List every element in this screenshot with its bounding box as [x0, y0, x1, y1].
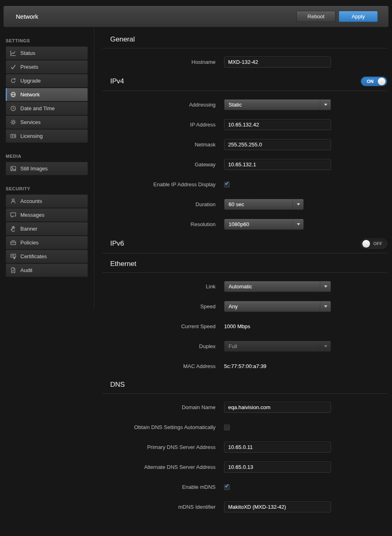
netmask-row: Netmask	[102, 139, 387, 150]
ip-display-checkbox[interactable]: ✔	[224, 182, 230, 187]
page-title: Network	[16, 13, 38, 20]
toggle-knob	[362, 240, 370, 248]
obtain-dns-checkbox[interactable]: ✔	[224, 425, 230, 430]
sidebar-item-label: Date and Time	[20, 105, 55, 111]
chevron-down-icon	[320, 341, 331, 351]
netmask-label: Netmask	[102, 142, 216, 148]
sidebar-section-media: MEDIA	[6, 154, 88, 159]
resolution-label: Resolution	[102, 221, 216, 227]
toggle-off-label: OFF	[373, 241, 382, 246]
sidebar-item-services[interactable]: Services	[6, 115, 88, 129]
dropdown-value: Full	[229, 343, 237, 349]
gateway-row: Gateway	[102, 159, 387, 170]
speed-row: Speed Any	[102, 301, 387, 312]
link-dropdown[interactable]: Automatic	[224, 281, 331, 292]
addressing-label: Addressing	[102, 102, 216, 108]
duplex-row: Duplex Full	[102, 341, 387, 352]
domain-name-input[interactable]	[224, 402, 331, 413]
ip-address-row: IP Address	[102, 119, 387, 130]
clock-icon	[10, 105, 16, 112]
sidebar-item-presets[interactable]: Presets	[6, 60, 88, 74]
mdns-identifier-input[interactable]	[224, 501, 331, 512]
enable-mdns-checkbox[interactable]: ✔	[224, 484, 230, 490]
dropdown-value: Any	[229, 303, 237, 309]
chevron-down-icon	[320, 301, 331, 312]
chevron-down-icon	[293, 199, 303, 209]
addressing-dropdown[interactable]: Static	[224, 99, 331, 110]
section-title-general: General	[110, 35, 135, 44]
current-speed-row: Current Speed 1000 Mbps	[102, 321, 387, 332]
checkmark-icon: ✔	[224, 180, 230, 187]
link-row: Link Automatic	[102, 281, 387, 292]
resolution-dropdown[interactable]: 1080p60	[224, 219, 304, 230]
duplex-label: Duplex	[102, 343, 216, 349]
domain-name-label: Domain Name	[102, 404, 216, 410]
sidebar-item-accounts[interactable]: Accounts	[6, 194, 88, 208]
document-icon	[10, 267, 16, 274]
hostname-input[interactable]	[224, 57, 331, 68]
sidebar-item-messages[interactable]: Messages	[6, 208, 88, 222]
certificate-icon	[10, 253, 16, 260]
sidebar-item-licensing[interactable]: Licensing	[6, 129, 88, 143]
mdns-identifier-row: mDNS Identifier	[102, 501, 387, 512]
primary-dns-input[interactable]	[224, 442, 331, 453]
sidebar-section-security: SECURITY	[6, 186, 88, 191]
briefcase-icon	[10, 240, 16, 246]
sidebar-item-label: Services	[20, 119, 41, 125]
ipv4-toggle[interactable]: ON	[361, 76, 387, 86]
sidebar-item-still-images[interactable]: Still Images	[6, 162, 88, 175]
speed-dropdown[interactable]: Any	[224, 301, 331, 312]
sidebar-item-banner[interactable]: Banner	[6, 222, 88, 235]
chart-line-icon	[10, 50, 16, 57]
domain-name-row: Domain Name	[102, 402, 387, 413]
sidebar-item-label: Messages	[20, 212, 44, 218]
alternate-dns-row: Alternate DNS Server Address	[102, 462, 387, 473]
gateway-input[interactable]	[224, 159, 331, 170]
sidebar-item-certificates[interactable]: Certificates	[6, 250, 88, 263]
section-title-ipv4: IPv4	[110, 77, 124, 85]
section-ipv6: IPv6 OFF	[102, 239, 387, 253]
sidebar-section-settings: SETTINGS	[6, 38, 88, 43]
sidebar: SETTINGS Status Presets Upgrade Network	[0, 27, 94, 308]
duration-dropdown[interactable]: 60 sec	[224, 199, 304, 210]
dropdown-value: 60 sec	[229, 201, 244, 207]
link-label: Link	[102, 283, 216, 290]
main-content: General Hostname IPv4 ON Addressing	[94, 27, 392, 521]
mdns-identifier-label: mDNS Identifier	[102, 504, 216, 510]
chevron-down-icon	[320, 100, 331, 110]
speed-label: Speed	[102, 303, 216, 309]
ip-display-label: Enable IP Address Display	[102, 181, 216, 187]
sidebar-item-label: Certificates	[20, 253, 47, 259]
netmask-input[interactable]	[224, 139, 331, 150]
ip-display-row: Enable IP Address Display ✔	[102, 179, 387, 190]
sidebar-item-network[interactable]: Network	[6, 88, 88, 101]
duplex-dropdown: Full	[224, 341, 331, 352]
chevron-down-icon	[293, 219, 303, 229]
sidebar-item-label: Presets	[20, 64, 38, 70]
sidebar-item-audit[interactable]: Audit	[6, 264, 88, 277]
ip-address-input[interactable]	[224, 119, 331, 130]
license-card-icon	[10, 133, 16, 139]
ipv6-toggle[interactable]: OFF	[361, 239, 387, 248]
user-icon	[10, 198, 16, 205]
sidebar-item-status[interactable]: Status	[6, 46, 88, 60]
refresh-icon	[10, 78, 16, 84]
gateway-label: Gateway	[102, 161, 216, 168]
sidebar-item-label: Audit	[20, 267, 33, 273]
section-title-dns: DNS	[110, 381, 125, 389]
sidebar-item-date-and-time[interactable]: Date and Time	[6, 102, 88, 115]
apply-button[interactable]: Apply	[339, 11, 378, 22]
reboot-button[interactable]: Reboot	[296, 11, 335, 22]
dropdown-value: 1080p60	[229, 221, 249, 227]
current-speed-label: Current Speed	[102, 323, 216, 329]
hostname-row: Hostname	[102, 57, 387, 68]
check-icon	[10, 64, 16, 70]
section-dns: DNS Domain Name Obtain DNS Settings Auto…	[102, 381, 387, 512]
section-general: General Hostname	[102, 35, 387, 68]
page-header: Network Reboot Apply	[3, 6, 389, 27]
sidebar-item-policies[interactable]: Policies	[6, 236, 88, 249]
alternate-dns-input[interactable]	[224, 462, 331, 473]
hostname-label: Hostname	[102, 59, 216, 65]
mac-address-label: MAC Address	[102, 363, 216, 369]
sidebar-item-upgrade[interactable]: Upgrade	[6, 74, 88, 87]
